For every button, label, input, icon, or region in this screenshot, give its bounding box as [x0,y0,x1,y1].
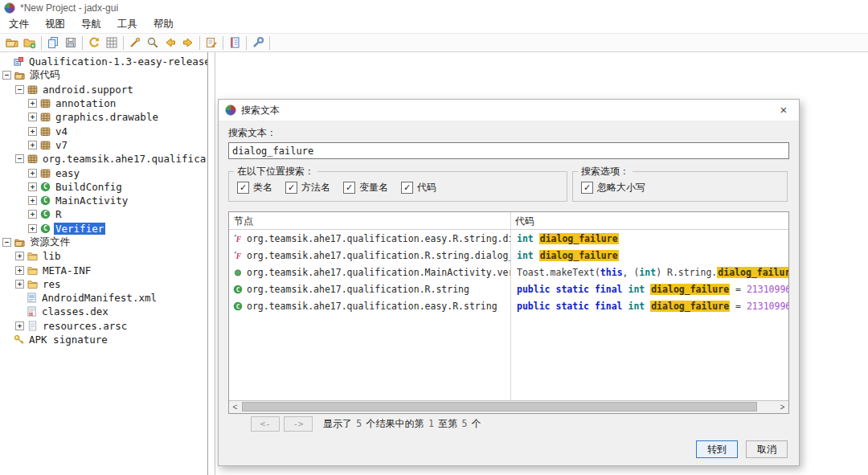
tree-item-buildconfig[interactable]: +CBuildConfig [2,180,207,194]
checkbox-class-name[interactable]: ✓类名 [237,181,272,195]
scrollbar-thumb[interactable] [242,402,757,412]
result-row[interactable]: Corg.teamsik.ahe17.qualification.easy.R.… [229,297,788,314]
result-row[interactable]: Corg.teamsik.ahe17.qualification.R.strin… [229,280,788,297]
tree-item-org-teamsik[interactable]: −org.teamsik.ahe17.qualifica [2,152,207,166]
search-button[interactable] [144,35,162,51]
expand-toggle-icon[interactable]: + [15,321,24,330]
menu-file[interactable]: 文件 [6,16,31,33]
result-row[interactable]: org.teamsik.ahe17.qualification.MainActi… [229,264,788,280]
tree-item-v4[interactable]: +v4 [2,124,207,137]
expand-toggle-icon[interactable]: + [15,280,24,289]
result-node-cell: Forg.teamsik.ahe17.qualification.R.strin… [229,247,510,264]
prev-page-button[interactable]: <- [251,416,280,432]
next-page-button[interactable]: -> [284,416,313,432]
result-row[interactable]: Forg.teamsik.ahe17.qualification.R.strin… [229,247,788,264]
tree-item-res[interactable]: +res [2,277,207,291]
tree-item-androidmanifest-xml[interactable]: AndroidManifest.xml [2,291,207,305]
cancel-button[interactable]: 取消 [746,440,788,458]
highlighted-match: dialog_failure [650,301,730,312]
copy-button[interactable] [44,35,62,51]
checkbox-label: 忽略大小写 [597,181,645,195]
project-tree: Qualification-1.3-easy-release.a−源代码−and… [0,52,207,346]
open-project-button[interactable] [21,35,39,51]
expand-toggle-icon[interactable]: + [15,252,24,260]
expand-toggle-icon[interactable]: + [28,99,37,108]
tree-item-mainactivity[interactable]: +CMainActivity [2,194,207,207]
results-table: 节点 代码 Forg.teamsik.ahe17.qualification.e… [228,211,789,414]
expand-toggle-icon[interactable]: + [28,113,37,121]
tree-item-apk-signature[interactable]: APK signature [2,333,207,346]
checkbox-box-icon[interactable]: ✓ [285,182,297,194]
expand-toggle-icon[interactable]: + [28,196,37,205]
menu-view[interactable]: 视图 [43,16,68,33]
horizontal-scrollbar[interactable]: < > [229,400,788,413]
preferences-button[interactable] [249,35,267,51]
collapse-toggle-icon[interactable]: − [15,154,24,163]
checkbox-label: 方法名 [301,181,330,195]
checkbox-box-icon[interactable]: ✓ [401,182,413,194]
expand-toggle-icon[interactable]: + [28,169,37,178]
tree-item-v7[interactable]: +v7 [2,138,207,152]
status-number: 5 [461,418,469,429]
tree-item-lib[interactable]: +lib [2,249,207,263]
expand-toggle-icon[interactable]: + [28,127,37,136]
checkbox-box-icon[interactable]: ✓ [581,182,593,194]
report-button[interactable] [226,35,244,51]
collapse-toggle-icon[interactable]: − [15,85,24,94]
back-icon [164,36,177,49]
checkbox-code[interactable]: ✓代码 [401,181,436,195]
goto-button[interactable]: 转到 [696,440,738,458]
checkbox-box-icon[interactable]: ✓ [237,182,249,194]
collapse-toggle-icon[interactable]: − [2,238,11,247]
checkbox-label: 代码 [417,181,436,195]
close-icon[interactable]: × [775,102,792,118]
tree-item-annotation[interactable]: +annotation [2,96,207,110]
tree-item-source-code[interactable]: −源代码 [2,68,207,82]
collapse-toggle-icon[interactable]: − [2,71,11,80]
deobfuscation-icon [129,36,141,49]
tree-item-verifier[interactable]: +CVerifier [2,222,207,235]
checkbox-variable-name[interactable]: ✓变量名 [343,181,388,195]
menu-help[interactable]: 帮助 [151,16,176,33]
tree-item-resources-arsc[interactable]: +resources.arsc [2,319,207,333]
scroll-left-icon[interactable]: < [229,401,241,412]
open-file-button[interactable] [3,35,21,51]
expand-toggle-icon[interactable]: + [28,210,37,219]
tree-item-classes-dex[interactable]: dexclasses.dex [2,305,207,318]
jadx-dialog-icon [225,104,236,116]
scroll-right-icon[interactable]: > [776,401,788,412]
reload-button[interactable] [85,35,103,51]
checkbox-method-name[interactable]: ✓方法名 [285,181,330,195]
expand-toggle-icon[interactable]: + [28,141,37,149]
save-all-button[interactable] [62,35,80,51]
package-icon [40,112,51,122]
checkbox-ignore-case[interactable]: ✓忽略大小写 [581,181,645,195]
flat-packages-button[interactable] [103,35,121,51]
field-icon: F [233,251,243,260]
forward-button[interactable] [179,35,197,51]
tree-item-graphics-drawable[interactable]: +graphics.drawable [2,110,207,124]
tree-item-android-support[interactable]: −android.support [2,83,207,96]
checkbox-box-icon[interactable]: ✓ [343,182,355,194]
folder-open-icon [14,237,25,248]
tree-item-easy[interactable]: +easy [2,166,207,179]
menu-tools[interactable]: 工具 [115,16,140,33]
expand-toggle-icon[interactable]: + [28,182,37,191]
back-button[interactable] [162,35,179,51]
expand-toggle-icon[interactable]: + [28,224,37,233]
deobfuscation-button[interactable] [126,35,144,51]
tree-item-resource-files[interactable]: −资源文件 [2,235,207,249]
search-input[interactable] [228,142,789,159]
menu-navigation[interactable]: 导航 [79,16,104,33]
expand-toggle-icon[interactable]: + [15,266,24,275]
tree-item-label: lib [41,250,63,262]
panel-splitter[interactable] [208,52,215,475]
result-code-cell: Toast.makeText(this, (int) R.string.dial… [510,267,788,278]
highlighted-match: dialog_failure [650,284,730,295]
folder-open-icon [14,70,25,80]
result-row[interactable]: Forg.teamsik.ahe17.qualification.easy.R.… [229,230,788,247]
log-button[interactable] [203,35,220,51]
tree-item-apk-root[interactable]: Qualification-1.3-easy-release.a [2,55,207,68]
tree-item-r-class[interactable]: +CR [2,207,207,221]
tree-item-meta-inf[interactable]: +META-INF [2,263,207,276]
